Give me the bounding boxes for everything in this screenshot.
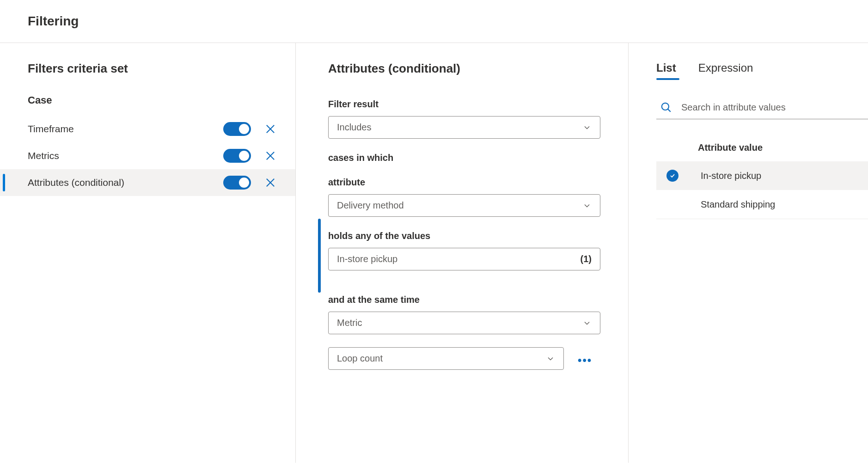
filter-name-label: Timeframe [28, 123, 74, 135]
filter-result-select[interactable]: Includes [328, 116, 600, 139]
same-time-label: and at the same time [328, 294, 600, 305]
filter-row-metrics[interactable]: Metrics [0, 142, 295, 169]
attribute-value-row[interactable]: In-store pickup [656, 161, 868, 190]
page-title: Filtering [0, 0, 868, 43]
filter-toggle[interactable] [223, 122, 251, 136]
tabs: List Expression [656, 61, 868, 79]
chevron-down-icon [546, 354, 555, 363]
metric-detail-value: Loop count [337, 353, 383, 364]
chevron-down-icon [582, 319, 592, 328]
filter-actions [223, 176, 277, 190]
same-time-select[interactable]: Metric [328, 312, 600, 334]
chevron-down-icon [582, 201, 592, 210]
filter-name-label: Attributes (conditional) [28, 177, 124, 188]
filter-actions [223, 149, 277, 163]
filter-actions [223, 122, 277, 136]
filters-criteria-panel: Filters criteria set Case Timeframe Metr… [0, 43, 296, 463]
main-layout: Filters criteria set Case Timeframe Metr… [0, 43, 868, 463]
close-icon[interactable] [264, 123, 277, 135]
tab-expression[interactable]: Expression [698, 61, 753, 79]
filter-detail-panel: Attributes (conditional) Filter result I… [296, 43, 629, 463]
filter-row-attributes-conditional[interactable]: Attributes (conditional) [0, 169, 295, 196]
attribute-label: attribute [328, 177, 600, 188]
attribute-value-label: In-store pickup [691, 171, 761, 181]
close-icon[interactable] [264, 149, 277, 162]
check-icon [666, 170, 679, 182]
svg-line-7 [668, 109, 671, 112]
search-row [656, 98, 868, 119]
attribute-select[interactable]: Delivery method [328, 194, 600, 217]
attribute-value: Delivery method [337, 200, 404, 211]
holds-values-label: holds any of the values [328, 231, 600, 241]
search-input[interactable] [681, 102, 868, 113]
attribute-value-heading: Attribute value [656, 142, 868, 153]
cases-in-which-label: cases in which [328, 153, 600, 163]
filter-result-value: Includes [337, 122, 372, 133]
close-icon[interactable] [264, 176, 277, 189]
attribute-values-panel: List Expression Attribute value In-store… [629, 43, 868, 463]
metric-detail-select[interactable]: Loop count [328, 347, 564, 370]
search-icon [660, 101, 672, 113]
divider [656, 219, 868, 219]
filter-row-timeframe[interactable]: Timeframe [0, 116, 295, 142]
detail-title: Attributes (conditional) [328, 61, 600, 76]
holds-values-input[interactable]: In-store pickup (1) [328, 248, 600, 270]
filter-group-label: Case [0, 94, 295, 116]
more-icon[interactable]: ••• [578, 354, 592, 367]
filter-toggle[interactable] [223, 176, 251, 190]
tab-list[interactable]: List [656, 61, 676, 79]
holds-value-text: In-store pickup [337, 254, 397, 264]
svg-point-6 [662, 103, 669, 110]
section-indicator [318, 219, 321, 293]
holds-value-count: (1) [581, 254, 592, 264]
filter-result-label: Filter result [328, 99, 600, 110]
attribute-value-label: Standard shipping [691, 199, 775, 210]
same-time-value: Metric [337, 318, 362, 328]
filter-name-label: Metrics [28, 150, 59, 161]
filter-toggle[interactable] [223, 149, 251, 163]
chevron-down-icon [582, 123, 592, 132]
filters-criteria-heading: Filters criteria set [0, 61, 295, 94]
attribute-value-row[interactable]: Standard shipping [656, 190, 868, 219]
